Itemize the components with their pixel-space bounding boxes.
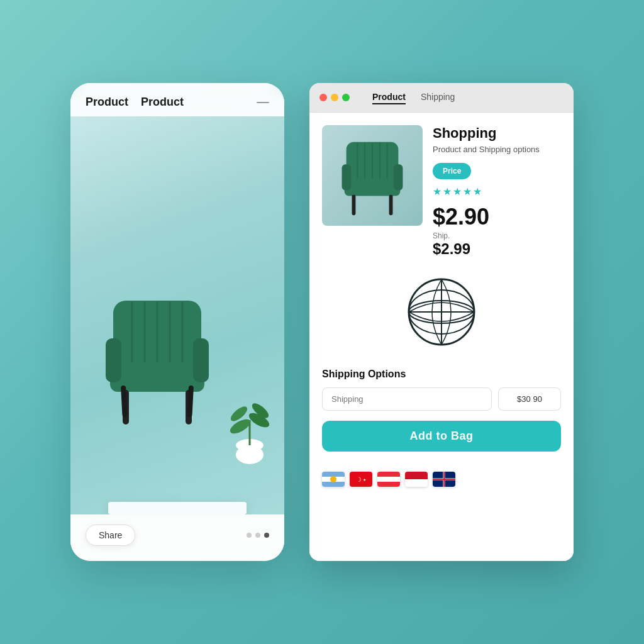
flag-turkey[interactable]: ☽ ★ — [350, 472, 372, 487]
star-1: ★ — [433, 186, 441, 197]
flag-indonesia[interactable] — [405, 472, 428, 487]
tab-shipping[interactable]: Shipping — [421, 91, 455, 104]
dot-2 — [255, 533, 260, 538]
svg-rect-3 — [193, 338, 209, 382]
close-button[interactable] — [319, 94, 327, 101]
desktop-titlebar: Product Shipping — [309, 83, 574, 113]
shipping-row: $30 90 — [322, 387, 561, 411]
globe-section — [322, 268, 561, 356]
flag-austria[interactable] — [377, 472, 400, 487]
desktop-tabs: Product Shipping — [372, 91, 455, 104]
svg-rect-2 — [106, 338, 121, 382]
star-2: ★ — [443, 186, 452, 197]
desktop-panel: Product Shipping — [309, 83, 574, 561]
mobile-tab-2[interactable]: Product — [141, 96, 184, 109]
star-3: ★ — [453, 186, 462, 197]
globe-icon — [404, 274, 479, 350]
desktop-content: Shopping Product and Shipping options Pr… — [309, 113, 574, 561]
product-thumbnail — [322, 125, 423, 226]
product-top: Shopping Product and Shipping options Pr… — [322, 125, 561, 258]
shipping-label: Ship. — [433, 231, 561, 240]
product-title: Shopping — [433, 125, 561, 142]
add-to-cart-button[interactable]: Add to Bag — [322, 421, 561, 452]
flags-row: ☽ ★ — [309, 472, 574, 487]
chair-thumbnail-svg — [331, 135, 413, 216]
scene: Product Product — [0, 0, 644, 644]
share-button[interactable]: Share — [86, 525, 135, 546]
main-price: $2.90 — [433, 204, 561, 230]
product-background — [70, 116, 284, 514]
carousel-dots — [247, 533, 269, 538]
plant-svg — [228, 389, 272, 464]
dot-3 — [264, 533, 269, 538]
minimize-button[interactable] — [331, 94, 338, 101]
display-platform — [108, 502, 247, 514]
flag-uk[interactable] — [433, 472, 455, 487]
mobile-header: Product Product — [70, 83, 284, 116]
dot-1 — [247, 533, 252, 538]
mobile-image-area — [70, 116, 284, 514]
svg-rect-29 — [352, 195, 356, 216]
chair-main — [94, 288, 245, 464]
traffic-lights — [319, 94, 350, 101]
price-button[interactable]: Price — [433, 163, 471, 179]
star-4: ★ — [463, 186, 472, 197]
star-rating: ★ ★ ★ ★ ★ — [433, 186, 561, 197]
shipping-cost-display: $30 90 — [498, 387, 561, 411]
mobile-panel: Product Product — [70, 83, 284, 561]
minimize-icon[interactable] — [257, 102, 269, 103]
shipping-options-title: Shipping Options — [322, 369, 561, 380]
mobile-footer: Share — [70, 514, 284, 561]
star-5: ★ — [473, 186, 482, 197]
svg-rect-23 — [394, 164, 403, 190]
mobile-tab-1[interactable]: Product — [86, 96, 128, 109]
product-info: Shopping Product and Shipping options Pr… — [433, 125, 561, 258]
shipping-price: $2.99 — [433, 240, 561, 258]
product-section: Shopping Product and Shipping options Pr… — [309, 113, 574, 369]
shipping-location-input[interactable] — [322, 387, 492, 411]
svg-rect-22 — [342, 164, 352, 190]
chair-svg — [94, 288, 220, 426]
shipping-options-section: Shipping Options $30 90 Add to Bag — [309, 369, 574, 472]
svg-rect-30 — [389, 195, 393, 216]
maximize-button[interactable] — [342, 94, 350, 101]
svg-rect-21 — [345, 175, 401, 196]
flag-argentina[interactable] — [322, 472, 345, 487]
plant-decoration — [228, 389, 272, 464]
product-subtitle: Product and Shipping options — [433, 144, 561, 155]
tab-product[interactable]: Product — [372, 91, 406, 104]
